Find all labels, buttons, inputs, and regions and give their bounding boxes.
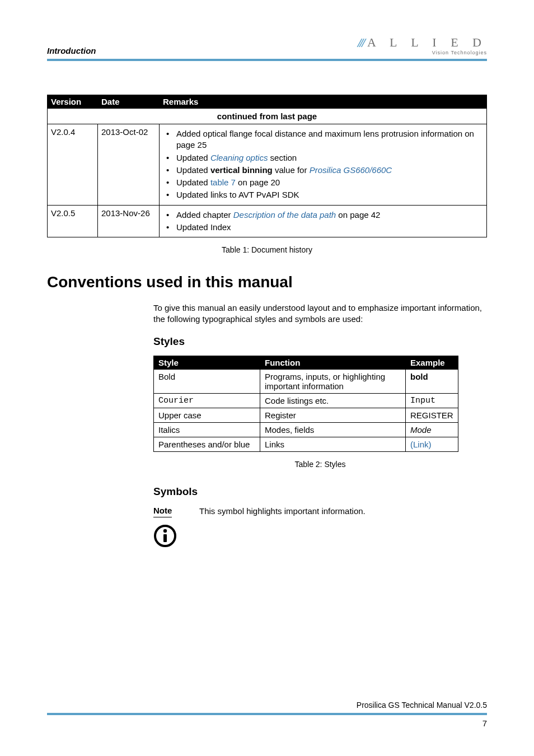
col-remarks: Remarks [160, 95, 487, 109]
remark-item: Updated table 7 on page 20 [165, 177, 483, 188]
cell-style: Courier [154, 393, 260, 408]
table2-caption: Table 2: Styles [153, 460, 487, 469]
table-row: Parentheses and/or blueLinks(Link) [154, 437, 458, 451]
table-row: V2.0.5 2013-Nov-26 Added chapter Descrip… [48, 205, 487, 237]
document-history-table: Version Date Remarks continued from last… [47, 95, 487, 237]
cell-version: V2.0.4 [48, 124, 98, 206]
cell-function: Code listings etc. [260, 393, 406, 408]
styles-heading: Styles [153, 335, 487, 348]
cell-example: Mode [406, 422, 458, 437]
logo-main-text: A L L I E D [367, 36, 487, 49]
remark-item: Added optical flange focal distance and … [165, 128, 483, 151]
cell-style: Upper case [154, 408, 260, 422]
remark-item: Updated vertical binning value for Prosi… [165, 165, 483, 176]
logo-subtext: Vision Technologies [358, 50, 487, 55]
svg-point-1 [163, 529, 167, 532]
note-text: This symbol highlights important informa… [199, 506, 366, 516]
section-title: Introduction [47, 46, 96, 55]
cell-example: bold [406, 369, 458, 393]
cell-function: Links [260, 437, 406, 451]
link[interactable]: table 7 [210, 178, 236, 187]
table-row: V2.0.4 2013-Oct-02 Added optical flange … [48, 124, 487, 206]
info-icon [153, 524, 177, 549]
styles-table: Style Function Example BoldPrograms, inp… [153, 356, 458, 452]
header-rule [47, 59, 487, 61]
col-style: Style [154, 356, 260, 369]
page-number: 7 [47, 718, 487, 728]
link[interactable]: Description of the data path [233, 210, 336, 220]
continued-row: continued from last page [48, 109, 487, 124]
col-version: Version [48, 95, 98, 109]
cell-date: 2013-Oct-02 [98, 124, 160, 206]
brand-logo: /// A L L I E D Vision Technologies [358, 36, 487, 55]
footer-text: Prosilica GS Technical Manual V2.0.5 [47, 701, 487, 715]
cell-style: Bold [154, 369, 260, 393]
remark-item: Updated Index [165, 222, 483, 233]
svg-rect-2 [163, 534, 167, 542]
note-label: Note [153, 506, 172, 517]
table-row: BoldPrograms, inputs, or highlighting im… [154, 369, 458, 393]
cell-remarks: Added optical flange focal distance and … [160, 124, 487, 206]
table1-caption: Table 1: Document history [47, 245, 487, 254]
logo-stripes-icon: /// [358, 36, 364, 49]
cell-date: 2013-Nov-26 [98, 205, 160, 237]
cell-remarks: Added chapter Description of the data pa… [160, 205, 487, 237]
link[interactable]: Cleaning optics [210, 153, 268, 162]
cell-style: Parentheses and/or blue [154, 437, 260, 451]
cell-example: REGISTER [406, 408, 458, 422]
col-function: Function [260, 356, 406, 369]
conventions-intro: To give this manual an easily understood… [153, 302, 487, 325]
cell-example: Input [406, 393, 458, 408]
cell-function: Modes, fields [260, 422, 406, 437]
cell-version: V2.0.5 [48, 205, 98, 237]
table-row: Upper caseRegisterREGISTER [154, 408, 458, 422]
cell-function: Register [260, 408, 406, 422]
col-example: Example [406, 356, 458, 369]
remark-item: Updated Cleaning optics section [165, 152, 483, 164]
remark-item: Updated links to AVT PvAPI SDK [165, 189, 483, 200]
symbols-heading: Symbols [153, 486, 487, 498]
conventions-heading: Conventions used in this manual [47, 273, 487, 291]
table-row: ItalicsModes, fieldsMode [154, 422, 458, 437]
cell-style: Italics [154, 422, 260, 437]
col-date: Date [98, 95, 160, 109]
remark-item: Added chapter Description of the data pa… [165, 209, 483, 221]
cell-function: Programs, inputs, or highlighting import… [260, 369, 406, 393]
table-row: CourierCode listings etc.Input [154, 393, 458, 408]
cell-example: (Link) [406, 437, 458, 451]
link[interactable]: Prosilica GS660/660C [310, 165, 392, 175]
